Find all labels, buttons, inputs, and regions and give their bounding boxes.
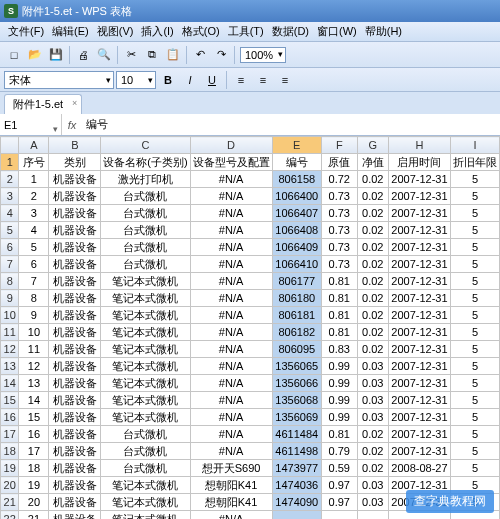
cell[interactable]: 笔记本式微机 xyxy=(101,511,190,520)
cell[interactable]: 机器设备 xyxy=(49,358,101,375)
fx-icon[interactable]: fx xyxy=(62,119,82,131)
cell[interactable]: 2007-12-31 xyxy=(388,358,450,375)
cell[interactable]: 笔记本式微机 xyxy=(101,341,190,358)
cell[interactable]: 20 xyxy=(19,494,49,511)
cell[interactable]: 启用时间 xyxy=(388,154,450,171)
cell[interactable]: 0.02 xyxy=(357,239,388,256)
cell[interactable]: 2007-12-31 xyxy=(388,171,450,188)
col-header[interactable]: I xyxy=(450,137,499,154)
menu-item[interactable]: 窗口(W) xyxy=(313,22,361,41)
cell[interactable]: 笔记本式微机 xyxy=(101,494,190,511)
cell[interactable]: 806158 xyxy=(272,171,321,188)
cell[interactable]: 0.03 xyxy=(357,358,388,375)
cell[interactable]: 5 xyxy=(19,239,49,256)
cell[interactable]: 2007-12-31 xyxy=(388,409,450,426)
cell[interactable]: 5 xyxy=(450,392,499,409)
cell[interactable]: 806177 xyxy=(272,273,321,290)
cell[interactable]: 3 xyxy=(19,205,49,222)
cell[interactable]: 1474090 xyxy=(272,494,321,511)
row-header[interactable]: 16 xyxy=(1,409,19,426)
cell[interactable]: 5 xyxy=(450,171,499,188)
cell[interactable]: 2 xyxy=(19,188,49,205)
cell[interactable]: 806181 xyxy=(272,307,321,324)
menu-item[interactable]: 文件(F) xyxy=(4,22,48,41)
cell[interactable]: 0.02 xyxy=(357,290,388,307)
row-header[interactable]: 17 xyxy=(1,426,19,443)
row-header[interactable]: 15 xyxy=(1,392,19,409)
cell[interactable]: 806182 xyxy=(272,324,321,341)
cell[interactable]: #N/A xyxy=(190,239,272,256)
row-header[interactable]: 13 xyxy=(1,358,19,375)
row-header[interactable]: 20 xyxy=(1,477,19,494)
cell[interactable]: 5 xyxy=(450,188,499,205)
cell[interactable]: 0.03 xyxy=(357,375,388,392)
cell[interactable]: 15 xyxy=(19,409,49,426)
cell[interactable]: 类别 xyxy=(49,154,101,171)
print-button[interactable]: 🖨 xyxy=(73,45,93,65)
italic-button[interactable]: I xyxy=(180,70,200,90)
cell[interactable]: 笔记本式微机 xyxy=(101,307,190,324)
cell[interactable]: 12 xyxy=(19,358,49,375)
cell[interactable]: 想朝阳K41 xyxy=(190,494,272,511)
cell[interactable]: 0.97 xyxy=(322,494,358,511)
menu-item[interactable]: 编辑(E) xyxy=(48,22,93,41)
cell[interactable]: 0.73 xyxy=(322,239,358,256)
cell[interactable]: 折旧年限 xyxy=(450,154,499,171)
cell[interactable]: 2007-12-31 xyxy=(388,188,450,205)
cell[interactable]: 0.99 xyxy=(322,358,358,375)
cell[interactable]: 9 xyxy=(19,307,49,324)
document-tab[interactable]: 附件1-5.et × xyxy=(4,94,82,114)
row-header[interactable]: 19 xyxy=(1,460,19,477)
cell[interactable]: 19 xyxy=(19,477,49,494)
cell[interactable]: 0.02 xyxy=(357,256,388,273)
cell[interactable]: 机器设备 xyxy=(49,494,101,511)
row-header[interactable]: 22 xyxy=(1,511,19,520)
cell[interactable]: 5 xyxy=(450,375,499,392)
cell[interactable]: 设备名称(子类别) xyxy=(101,154,190,171)
cell[interactable]: 笔记本式微机 xyxy=(101,409,190,426)
menu-item[interactable]: 数据(D) xyxy=(268,22,313,41)
cell[interactable] xyxy=(272,511,321,520)
cell[interactable]: 台式微机 xyxy=(101,222,190,239)
formula-input[interactable]: 编号 xyxy=(82,117,500,132)
cell[interactable]: 笔记本式微机 xyxy=(101,273,190,290)
cell[interactable]: 2007-12-31 xyxy=(388,256,450,273)
cell[interactable]: 机器设备 xyxy=(49,409,101,426)
cell[interactable]: 0.02 xyxy=(357,205,388,222)
cell[interactable]: #N/A xyxy=(190,358,272,375)
align-center-button[interactable]: ≡ xyxy=(253,70,273,90)
menu-item[interactable]: 工具(T) xyxy=(224,22,268,41)
menu-item[interactable]: 格式(O) xyxy=(178,22,224,41)
cell[interactable]: 净值 xyxy=(357,154,388,171)
cell[interactable]: 806095 xyxy=(272,341,321,358)
cell[interactable]: 8 xyxy=(19,290,49,307)
cell[interactable]: 14 xyxy=(19,392,49,409)
name-box[interactable]: E1 xyxy=(0,114,62,135)
cell[interactable]: 0.73 xyxy=(322,205,358,222)
cell[interactable]: 2007-12-31 xyxy=(388,375,450,392)
cell[interactable]: 2007-12-31 xyxy=(388,341,450,358)
cell[interactable]: 想开天S690 xyxy=(190,460,272,477)
cell[interactable]: #N/A xyxy=(190,511,272,520)
cell[interactable]: 5 xyxy=(450,460,499,477)
cell[interactable]: 18 xyxy=(19,460,49,477)
cell[interactable]: #N/A xyxy=(190,273,272,290)
cell[interactable]: 想朝阳K41 xyxy=(190,477,272,494)
row-header[interactable]: 2 xyxy=(1,171,19,188)
cell[interactable]: #N/A xyxy=(190,375,272,392)
cell[interactable]: 机器设备 xyxy=(49,307,101,324)
cell[interactable]: 6 xyxy=(19,256,49,273)
cell[interactable]: 5 xyxy=(450,443,499,460)
cell[interactable]: 机器设备 xyxy=(49,205,101,222)
cell[interactable]: 5 xyxy=(450,324,499,341)
cell[interactable]: 0.03 xyxy=(357,494,388,511)
cell[interactable]: 0.81 xyxy=(322,290,358,307)
bold-button[interactable]: B xyxy=(158,70,178,90)
row-header[interactable]: 11 xyxy=(1,324,19,341)
cell[interactable]: 机器设备 xyxy=(49,256,101,273)
cell[interactable]: #N/A xyxy=(190,409,272,426)
cell[interactable]: 笔记本式微机 xyxy=(101,358,190,375)
cell[interactable]: 1066410 xyxy=(272,256,321,273)
cell[interactable]: 11 xyxy=(19,341,49,358)
cell[interactable]: #N/A xyxy=(190,426,272,443)
